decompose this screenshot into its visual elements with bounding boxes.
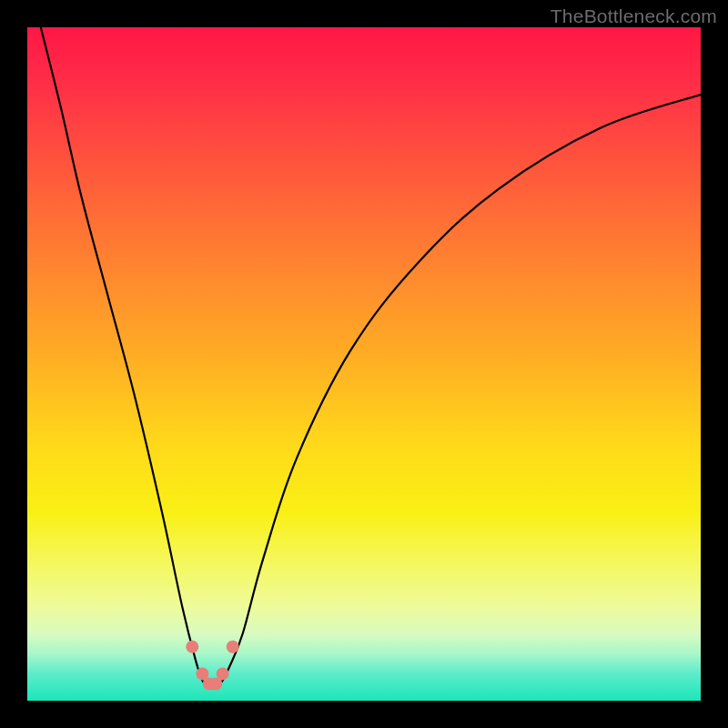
chart-frame: TheBottleneck.com xyxy=(0,0,728,728)
plot-area xyxy=(27,27,701,701)
watermark-text: TheBottleneck.com xyxy=(551,5,717,27)
minimum-marker xyxy=(217,667,229,680)
bottleneck-curve xyxy=(41,27,701,688)
minimum-marker xyxy=(227,641,239,653)
bottleneck-curve-svg xyxy=(27,27,701,701)
minimum-marker xyxy=(186,641,198,653)
